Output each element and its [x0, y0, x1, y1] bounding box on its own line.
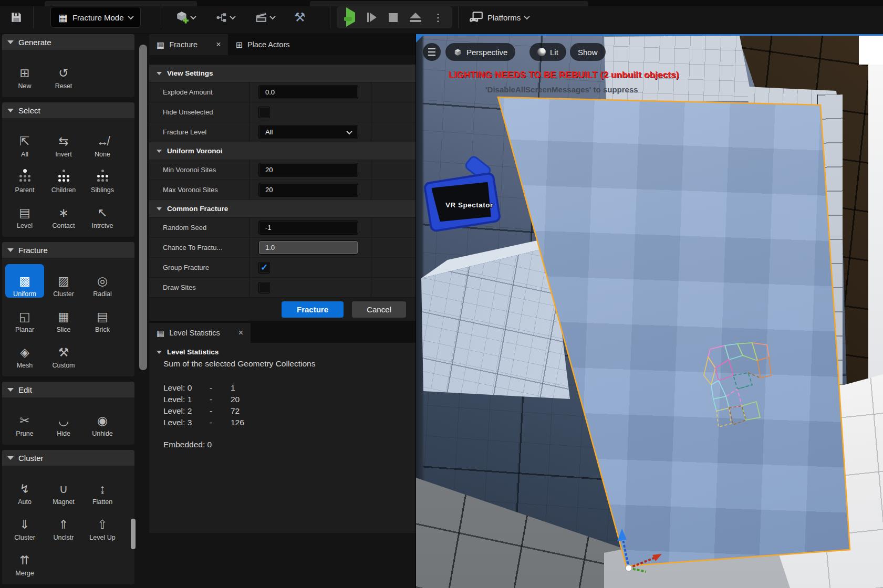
tool-select-all[interactable]: ⇱All — [5, 124, 44, 158]
tool-select-interactive[interactable]: ↖Intrctve — [83, 196, 122, 229]
blueprints-button[interactable] — [211, 6, 239, 28]
fracture-mode-icon: ▦ — [58, 12, 68, 24]
tab-place-actors[interactable]: ⊞ Place Actors — [228, 34, 297, 55]
viewport-3d-scene[interactable]: VR Spectator — [416, 34, 883, 588]
fracture-level-dropdown[interactable]: All — [258, 125, 358, 139]
common-fracture-header[interactable]: Common Fracture — [149, 200, 415, 218]
tool-edit-hide[interactable]: ◡Hide — [44, 404, 83, 437]
tool-cluster-cluster[interactable]: ⇓Cluster — [5, 508, 44, 541]
section-fracture-header[interactable]: Fracture — [2, 242, 134, 258]
section-title: Edit — [18, 385, 32, 394]
min-voronoi-sites-field[interactable]: 20 — [258, 163, 358, 177]
tool-select-children[interactable]: Children — [44, 160, 83, 194]
play-in-vr-button[interactable] — [346, 13, 355, 22]
section-cluster-header[interactable]: Cluster — [2, 450, 134, 466]
tool-cluster-flatten[interactable]: ↨Flatten — [83, 472, 122, 506]
draw-sites-checkbox[interactable] — [258, 282, 270, 293]
tool-fracture-custom[interactable]: ⚒Custom — [44, 335, 83, 369]
chevron-down-icon — [269, 14, 275, 19]
toolbox-icon: ⚒ — [294, 10, 306, 25]
tool-cluster-auto[interactable]: ↯Auto — [5, 472, 44, 506]
view-settings-header[interactable]: View Settings — [149, 65, 415, 82]
section-edit-header[interactable]: Edit — [2, 382, 134, 397]
tool-label: Cluster — [53, 290, 74, 298]
section-generate-header[interactable]: Generate — [2, 34, 134, 50]
toolbar-separator — [161, 6, 161, 28]
blueprints-icon — [215, 11, 228, 24]
section-edit: Edit ✂Prune ◡Hide ◉Unhide — [2, 382, 134, 445]
tool-reset[interactable]: ↺Reset — [44, 56, 83, 90]
tool-edit-prune[interactable]: ✂Prune — [5, 404, 44, 437]
tool-fracture-uniform[interactable]: ▩Uniform — [5, 264, 44, 298]
tool-cluster-magnet[interactable]: ∪Magnet — [44, 472, 83, 506]
custom-fracture-icon: ⚒ — [58, 344, 69, 360]
section-generate: Generate ⊞New ↺Reset — [2, 34, 134, 97]
tab-level-statistics[interactable]: ▦ Level Statistics × — [149, 323, 251, 343]
lit-dropdown[interactable]: Lit — [529, 43, 566, 61]
chance-to-fracture-field[interactable]: 1.0 — [258, 240, 358, 255]
tool-cluster-uncluster[interactable]: ⇑Unclstr — [44, 508, 83, 541]
tool-select-siblings[interactable]: Siblings — [83, 160, 122, 194]
tool-cluster-merge[interactable]: ⇈Merge — [5, 543, 44, 577]
fracture-button-label: Fracture — [297, 305, 328, 314]
close-icon[interactable]: × — [238, 328, 243, 338]
eject-button[interactable] — [410, 13, 421, 22]
panel-scrollbar-thumb[interactable] — [139, 45, 147, 370]
tool-select-parent[interactable]: Parent — [5, 160, 44, 194]
platforms-dropdown[interactable]: Platforms — [464, 6, 533, 28]
tool-fracture-radial[interactable]: ◎Radial — [83, 264, 122, 298]
tool-fracture-slice[interactable]: ▦Slice — [44, 300, 83, 333]
property-label: Fracture Level — [149, 128, 249, 136]
show-dropdown[interactable]: Show — [570, 43, 606, 61]
group-fracture-checkbox[interactable]: ✓ — [258, 262, 270, 274]
cinematics-button[interactable] — [250, 6, 279, 28]
row-draw-sites: Draw Sites — [149, 278, 415, 298]
section-select-header[interactable]: Select — [2, 102, 134, 118]
select-siblings-icon — [96, 169, 109, 185]
frame-skip-button[interactable] — [367, 13, 377, 22]
max-voronoi-sites-field[interactable]: 20 — [258, 183, 358, 197]
tool-select-level[interactable]: ▤Level — [5, 196, 44, 229]
tool-label: Parent — [15, 186, 35, 194]
row-fracture-level: Fracture Level All — [149, 122, 415, 142]
select-parent-icon — [18, 169, 31, 185]
select-interactive-icon: ↖ — [97, 205, 107, 220]
row-min-voronoi-sites: Min Voronoi Sites 20 — [149, 160, 415, 180]
fracture-mode-sidebar: Generate ⊞New ↺Reset Select ⇱All ⇆Invert… — [0, 34, 138, 588]
random-seed-field[interactable]: -1 — [258, 220, 358, 235]
tool-fracture-brick[interactable]: ▤Brick — [83, 300, 122, 333]
tool-select-none[interactable]: ↮None — [83, 124, 122, 158]
property-label: Max Voronoi Sites — [149, 186, 249, 194]
tool-fracture-planar[interactable]: ◱Planar — [5, 300, 44, 333]
stop-button[interactable] — [389, 13, 398, 22]
close-icon[interactable]: × — [216, 40, 221, 49]
fracture-button[interactable]: Fracture — [282, 301, 344, 318]
fracture-panel-column: ▦ Fracture × ⊞ Place Actors View Setting… — [138, 34, 416, 588]
viewport-menu-button[interactable] — [423, 43, 441, 61]
tool-fracture-cluster[interactable]: ▨Cluster — [44, 264, 83, 298]
editor-modes-button[interactable]: ⚒ — [290, 6, 310, 28]
add-actor-button[interactable] — [171, 6, 200, 28]
tab-fracture[interactable]: ▦ Fracture × — [149, 34, 228, 55]
tool-edit-unhide[interactable]: ◉Unhide — [83, 404, 122, 437]
tool-label: Invert — [55, 151, 71, 158]
cancel-button[interactable]: Cancel — [352, 301, 406, 318]
sidebar-scrollbar-thumb[interactable] — [131, 519, 136, 549]
tool-cluster-levelup[interactable]: ⇧Level Up — [83, 508, 122, 541]
perspective-dropdown[interactable]: Perspective — [445, 43, 515, 61]
row-chance-to-fracture: Chance To Fractu... 1.0 — [149, 238, 415, 258]
panel-tab-bar: ▦ Fracture × ⊞ Place Actors — [149, 34, 415, 55]
save-button[interactable] — [5, 6, 27, 28]
explode-amount-field[interactable]: 0.0 — [258, 85, 358, 99]
tool-fracture-mesh[interactable]: ◈Mesh — [5, 335, 44, 369]
tool-new[interactable]: ⊞New — [5, 56, 44, 90]
play-options-menu[interactable]: ⋮ — [433, 12, 443, 24]
mode-selector-dropdown[interactable]: ▦ Fracture Mode — [50, 7, 141, 28]
tool-label: Slice — [56, 326, 70, 333]
uniform-voronoi-header[interactable]: Uniform Voronoi — [149, 142, 415, 160]
tool-select-invert[interactable]: ⇆Invert — [44, 124, 83, 158]
tool-select-contact[interactable]: ∗Contact — [44, 196, 83, 229]
hide-unselected-checkbox[interactable] — [258, 107, 270, 118]
collapse-triangle-icon — [7, 456, 14, 460]
level-statistics-header[interactable]: Level Statistics — [152, 348, 415, 356]
